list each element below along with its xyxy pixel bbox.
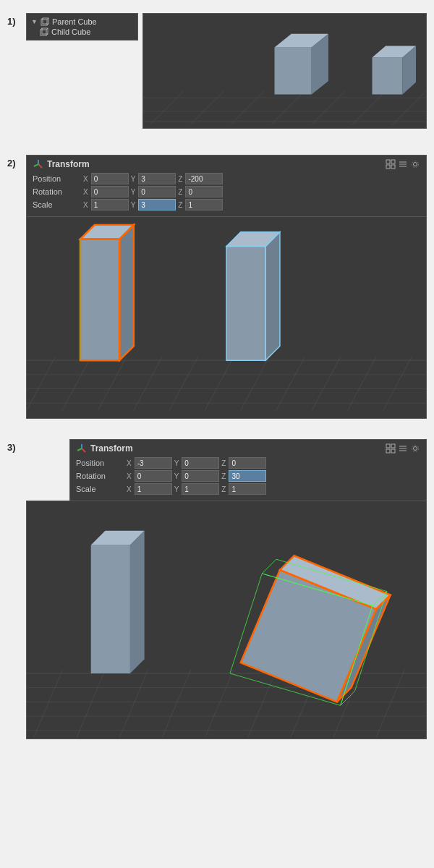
hierarchy-panel: ▼ Parent Cube bbox=[26, 13, 138, 41]
svg-marker-95 bbox=[91, 545, 130, 673]
transform-action-icons-2 bbox=[386, 159, 420, 169]
svg-rect-32 bbox=[386, 165, 390, 169]
scale-row-2: Scale X Y Z bbox=[33, 199, 420, 210]
parent-cube-icon bbox=[41, 17, 49, 26]
viewport-1 bbox=[142, 13, 427, 129]
position-x-2[interactable] bbox=[91, 173, 129, 184]
svg-marker-62 bbox=[226, 246, 265, 360]
section-2-content: Transform bbox=[26, 155, 427, 419]
svg-point-38 bbox=[412, 161, 419, 168]
svg-marker-21 bbox=[275, 47, 312, 94]
svg-marker-57 bbox=[119, 225, 134, 360]
hierarchy-parent[interactable]: ▼ Parent Cube bbox=[27, 17, 137, 27]
svg-rect-0 bbox=[41, 20, 47, 25]
svg-rect-74 bbox=[391, 449, 395, 453]
rotation-x-3[interactable] bbox=[135, 470, 172, 482]
section-number-1: 1) bbox=[7, 16, 20, 27]
svg-rect-72 bbox=[391, 444, 395, 448]
transform-title-2: Transform bbox=[33, 158, 90, 170]
transform-axis-icon bbox=[33, 158, 44, 170]
position-label-2: Position bbox=[33, 174, 83, 183]
svg-rect-71 bbox=[386, 444, 390, 448]
position-fields-2: X Y Z bbox=[83, 173, 223, 184]
grid-icon-3[interactable] bbox=[398, 443, 408, 454]
child-cube-label: Child Cube bbox=[51, 27, 90, 36]
svg-rect-30 bbox=[386, 160, 390, 163]
scale-fields-3: X Y Z bbox=[127, 483, 266, 495]
section-number-2: 2) bbox=[7, 158, 20, 169]
viewport-3 bbox=[26, 501, 427, 739]
svg-rect-33 bbox=[391, 165, 395, 169]
svg-line-28 bbox=[38, 164, 42, 168]
position-row-2: Position X Y Z bbox=[33, 173, 420, 184]
position-z-2[interactable] bbox=[185, 173, 223, 184]
rotation-row-3: Rotation X Y Z bbox=[76, 470, 420, 482]
scale-row-3: Scale X Y Z bbox=[76, 483, 420, 495]
settings-icon[interactable] bbox=[410, 159, 420, 169]
layout-icon[interactable] bbox=[386, 159, 396, 169]
position-label-3: Position bbox=[76, 459, 127, 467]
transform-label-2: Transform bbox=[47, 159, 90, 169]
rotation-y-3[interactable] bbox=[182, 470, 219, 482]
position-z-3[interactable] bbox=[229, 457, 266, 469]
rotation-z-3[interactable] bbox=[229, 470, 266, 482]
rotation-fields-3: X Y Z bbox=[127, 470, 266, 482]
position-row-3: Position X Y Z bbox=[76, 457, 420, 469]
svg-point-37 bbox=[414, 163, 417, 166]
parent-cube-label: Parent Cube bbox=[52, 17, 97, 26]
scale-x-3[interactable] bbox=[135, 483, 172, 495]
viewport-2-svg bbox=[27, 217, 426, 418]
transform-header-2: Transform bbox=[33, 158, 420, 170]
svg-line-69 bbox=[82, 448, 85, 452]
rotation-label-2: Rotation bbox=[33, 187, 83, 196]
viewport-3-svg bbox=[27, 501, 426, 739]
rotation-z-2[interactable] bbox=[185, 186, 223, 197]
section-3: 3) Transform bbox=[0, 432, 434, 752]
viewport-1-svg bbox=[143, 14, 426, 128]
position-y-2[interactable] bbox=[138, 173, 176, 184]
scale-x-2[interactable] bbox=[91, 199, 129, 210]
rotation-y-2[interactable] bbox=[138, 186, 176, 197]
scale-z-3[interactable] bbox=[229, 483, 266, 495]
section-1-content: ▼ Parent Cube bbox=[26, 13, 427, 129]
transform-label-3: Transform bbox=[90, 443, 133, 454]
expand-arrow: ▼ bbox=[31, 18, 38, 25]
section-number-3: 3) bbox=[7, 442, 20, 453]
transform-title-3: Transform bbox=[76, 443, 133, 454]
svg-line-29 bbox=[34, 164, 38, 166]
transform-header-3: Transform bbox=[76, 443, 420, 454]
section-1: 1) ▼ Parent Cube bbox=[0, 0, 434, 142]
grid-icon[interactable] bbox=[398, 159, 408, 169]
viewport-2 bbox=[26, 216, 427, 419]
section-3-content: Transform bbox=[26, 439, 427, 739]
settings-icon-3[interactable] bbox=[410, 443, 420, 454]
rotation-row-2: Rotation X Y Z bbox=[33, 186, 420, 197]
rotation-fields-2: X Y Z bbox=[83, 186, 223, 197]
position-x-3[interactable] bbox=[135, 457, 172, 469]
svg-marker-97 bbox=[130, 531, 145, 673]
scale-label-3: Scale bbox=[76, 485, 127, 493]
transform-panel-3: Transform bbox=[69, 439, 427, 501]
svg-marker-64 bbox=[265, 232, 280, 360]
transform-action-icons-3 bbox=[386, 443, 420, 454]
scale-y-2[interactable] bbox=[138, 199, 176, 210]
hierarchy-child[interactable]: Child Cube bbox=[27, 27, 137, 37]
svg-rect-73 bbox=[386, 449, 390, 453]
svg-marker-55 bbox=[80, 239, 119, 361]
svg-line-70 bbox=[77, 448, 82, 451]
position-y-3[interactable] bbox=[182, 457, 219, 469]
scale-y-3[interactable] bbox=[182, 483, 219, 495]
section-2: 2) Transform bbox=[0, 142, 434, 432]
svg-point-78 bbox=[414, 447, 417, 451]
child-cube-icon bbox=[40, 27, 48, 36]
scale-z-2[interactable] bbox=[185, 199, 223, 210]
rotation-x-2[interactable] bbox=[91, 186, 129, 197]
transform-panel-2: Transform bbox=[26, 155, 427, 216]
svg-rect-5 bbox=[41, 30, 46, 35]
scale-fields-2: X Y Z bbox=[83, 199, 223, 210]
svg-marker-24 bbox=[373, 57, 403, 94]
layout-icon-3[interactable] bbox=[386, 443, 396, 454]
svg-point-79 bbox=[412, 446, 419, 452]
transform-axis-icon-3 bbox=[76, 443, 88, 454]
rotation-label-3: Rotation bbox=[76, 472, 127, 480]
